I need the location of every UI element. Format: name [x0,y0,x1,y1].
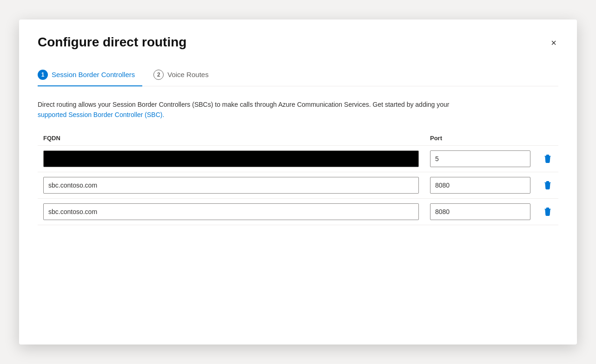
delete-button-1[interactable] [542,153,554,165]
sbc-link[interactable]: supported Session Border Controller (SBC… [38,111,164,118]
fqdn-cell-3 [38,203,424,220]
description-text-before-link: Direct routing allows your Session Borde… [38,101,450,108]
delete-button-2[interactable] [542,179,554,191]
col-header-fqdn: FQDN [38,135,424,142]
dialog-title: Configure direct routing [38,34,186,50]
delete-cell-1 [536,153,558,165]
tab-voice-routes[interactable]: 2 Voice Routes [153,65,216,86]
trash-icon-2 [543,181,552,189]
fqdn-input-3[interactable] [43,203,419,220]
port-input-1[interactable] [430,150,530,167]
close-button[interactable]: × [549,36,558,49]
col-header-actions [536,135,558,142]
col-header-port: Port [424,135,536,142]
description-text: Direct routing allows your Session Borde… [38,99,456,120]
fqdn-input-1[interactable] [43,150,419,167]
tab-label-sbc: Session Border Controllers [52,71,135,78]
port-input-3[interactable] [430,203,530,220]
table-row [38,146,558,172]
port-cell-1 [424,150,536,167]
table-header: FQDN Port [38,135,558,146]
table-row [38,172,558,199]
table-row [38,199,558,225]
fqdn-cell-2 [38,177,424,194]
table-rows [38,146,558,225]
tab-session-border-controllers[interactable]: 1 Session Border Controllers [38,65,142,86]
tab-label-voice-routes: Voice Routes [167,71,208,78]
fqdn-input-2[interactable] [43,177,419,194]
port-cell-3 [424,203,536,220]
fqdn-cell-1 [38,150,424,167]
configure-direct-routing-dialog: Configure direct routing × 1 Session Bor… [19,20,577,344]
tab-number-2: 2 [153,70,164,80]
port-cell-2 [424,177,536,194]
trash-icon-1 [543,155,552,163]
delete-button-3[interactable] [542,206,554,218]
port-input-2[interactable] [430,177,530,194]
dialog-header: Configure direct routing × [38,34,558,50]
trash-icon-3 [543,208,552,216]
tab-number-1: 1 [38,70,48,80]
delete-cell-3 [536,206,558,218]
delete-cell-2 [536,179,558,191]
tabs-container: 1 Session Border Controllers 2 Voice Rou… [38,65,558,86]
